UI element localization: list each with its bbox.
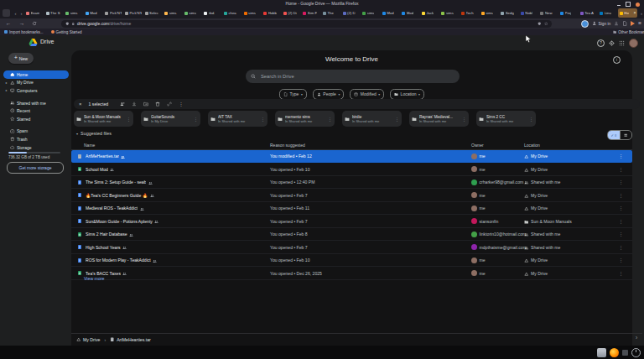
maximize-icon[interactable] — [626, 2, 631, 7]
tracking-shield-icon[interactable] — [65, 22, 70, 26]
media-icon[interactable] — [631, 21, 635, 26]
bookmark-getting-started[interactable]: Getting Started — [51, 30, 82, 34]
suggested-folder-card[interactable]: Raynas' Medieval...In Shared with me⋮ — [409, 111, 469, 127]
get-more-storage-button[interactable]: Get more storage — [7, 162, 64, 174]
table-row[interactable]: School ModYou opened • Feb 10meMy Drive⋮ — [71, 163, 632, 176]
card-menu-icon[interactable]: ⋮ — [395, 117, 399, 122]
browser-tab[interactable]: Jack — [420, 8, 440, 18]
search-bar[interactable] — [246, 70, 460, 83]
browser-tab[interactable]: Sedg — [499, 8, 519, 18]
row-menu-icon[interactable]: ⋮ — [619, 228, 623, 241]
browser-tab[interactable]: sims — [439, 8, 460, 18]
signin-button[interactable]: Sign in — [592, 21, 610, 26]
browser-tab[interactable]: sims — [480, 8, 500, 18]
suggested-folder-card[interactable]: birdieIn Shared with me⋮ — [342, 111, 402, 127]
table-row[interactable]: Medieval ROS - TeakAddictYou opened • Fe… — [71, 202, 632, 216]
row-menu-icon[interactable]: ⋮ — [619, 150, 623, 163]
new-button[interactable]: + New — [8, 53, 34, 64]
browser-tab[interactable]: Pick'N'M — [103, 8, 123, 18]
column-header-owner[interactable]: Owner — [471, 143, 484, 148]
more-actions-icon[interactable]: ⋮ — [179, 101, 184, 107]
tab-scroll-left-icon[interactable]: ‹ — [13, 11, 18, 16]
account-avatar[interactable] — [629, 39, 638, 48]
browser-tab[interactable]: Linu — [598, 8, 618, 18]
row-menu-icon[interactable]: ⋮ — [619, 241, 623, 253]
help-icon[interactable]: ? — [597, 39, 605, 47]
browser-tab[interactable]: Sim F — [301, 8, 321, 18]
clock-icon[interactable] — [631, 348, 641, 357]
view-more-link[interactable]: View more — [84, 276, 104, 281]
google-apps-grid-icon[interactable] — [619, 40, 625, 46]
sidebar-item-storage[interactable]: Storage — [3, 143, 69, 152]
browser-tab[interactable]: rbd. — [202, 8, 222, 18]
suggested-folder-card[interactable]: GuitarSoundsIn My Drive⋮ — [141, 111, 200, 127]
table-row[interactable]: The Sims 2: Setup Guide - seabYou opened… — [71, 176, 632, 190]
card-menu-icon[interactable]: ⋮ — [328, 117, 332, 122]
tab-close-icon[interactable]: × — [633, 11, 636, 15]
list-view-button[interactable]: ✓≡ — [608, 131, 620, 139]
filter-chip-modified[interactable]: Modified ▾ — [350, 89, 384, 100]
table-row[interactable]: Tea's BACC TaxesYou opened • Dec 26, 202… — [71, 267, 632, 280]
close-icon[interactable] — [636, 3, 640, 7]
breadcrumb-my-drive[interactable]: My Drive — [76, 337, 100, 342]
browser-tab[interactable]: Mod — [84, 8, 104, 18]
column-header-location[interactable]: Location — [524, 143, 540, 148]
tab-scroll-right-icon[interactable]: › — [18, 11, 24, 16]
permissions-icon[interactable] — [538, 22, 542, 26]
suggested-folder-card[interactable]: memento simsIn Shared with me⋮ — [275, 111, 335, 127]
link-icon[interactable] — [167, 101, 172, 107]
browser-tab[interactable]: Tech — [460, 8, 480, 18]
card-menu-icon[interactable]: ⋮ — [127, 117, 131, 122]
browser-tab[interactable]: New — [538, 8, 558, 18]
chevron-right-icon[interactable]: ▸ — [5, 88, 8, 92]
row-menu-icon[interactable]: ⋮ — [619, 215, 623, 227]
column-header-reason[interactable]: Reason suggested — [270, 143, 305, 148]
grid-view-button[interactable] — [620, 131, 632, 139]
filter-chip-location[interactable]: Location ▾ — [390, 89, 424, 100]
row-menu-icon[interactable]: ⋮ — [619, 163, 623, 175]
row-menu-icon[interactable]: ⋮ — [619, 267, 623, 279]
browser-tab[interactable]: sims — [183, 8, 203, 18]
firefox-icon[interactable] — [610, 348, 619, 357]
row-menu-icon[interactable]: ⋮ — [619, 202, 623, 215]
sidebar-item-trash[interactable]: Trash — [3, 135, 69, 143]
row-menu-icon[interactable]: ⋮ — [619, 176, 623, 189]
sidebar-item-my-drive[interactable]: ▸ My Drive — [3, 79, 69, 87]
sidebar-item-recent[interactable]: Recent — [3, 107, 69, 115]
firefox-view-icon[interactable] — [3, 9, 10, 17]
row-menu-icon[interactable]: ⋮ — [619, 254, 623, 267]
browser-tab[interactable]: Tea A — [579, 8, 599, 18]
sidebar-item-spam[interactable]: Spam — [3, 127, 69, 136]
trash-icon[interactable] — [155, 101, 160, 107]
browser-tab[interactable]: sims — [242, 8, 262, 18]
table-row[interactable]: ROS for Modern Play - TeakAddictYou open… — [71, 254, 632, 268]
breadcrumb-file[interactable]: ArtMeHearties.tar — [110, 337, 151, 342]
browser-tab[interactable]: Hobb — [262, 8, 282, 18]
app-window-icon[interactable] — [622, 350, 628, 356]
menu-icon[interactable]: ≡ — [638, 21, 641, 27]
browser-tab[interactable]: sims — [64, 8, 84, 18]
container-icon[interactable] — [622, 21, 627, 26]
back-icon[interactable]: ← — [3, 18, 13, 29]
table-row[interactable]: 🔥Tea's CC Beginners Guide 🔥You opened • … — [71, 189, 632, 202]
forward-icon[interactable]: → — [17, 18, 27, 29]
table-row[interactable]: Sims 2 Hair DatabaseYou opened • Feb 8li… — [71, 228, 632, 242]
clear-selection-icon[interactable]: × — [79, 101, 82, 107]
download-icon[interactable] — [132, 101, 137, 107]
suggested-folder-card[interactable]: Sims 2 CCIn Shared with me⋮ — [476, 111, 536, 127]
move-icon[interactable] — [143, 101, 148, 107]
browser-tab[interactable]: sims — [361, 8, 381, 18]
url-bar[interactable]: drive.google.com/drive/home — [61, 20, 552, 28]
browser-tab[interactable]: Mod — [381, 8, 401, 18]
suggested-folder-card[interactable]: Sun & Moon ManualsIn Shared with me⋮ — [74, 111, 133, 127]
browser-tab[interactable]: Proj — [558, 8, 579, 18]
lock-icon[interactable] — [71, 22, 75, 26]
browser-tab[interactable]: The S — [44, 8, 65, 18]
column-header-name[interactable]: Name — [84, 143, 95, 148]
sidebar-item-starred[interactable]: Starred — [3, 115, 69, 123]
suggested-files-header[interactable]: ▾ Suggested files — [76, 131, 112, 136]
minimize-icon[interactable] — [617, 5, 621, 6]
filter-chip-type[interactable]: Type ▾ — [279, 89, 307, 100]
extension-icon[interactable] — [581, 20, 589, 28]
chevron-right-icon[interactable]: ▸ — [5, 81, 8, 85]
